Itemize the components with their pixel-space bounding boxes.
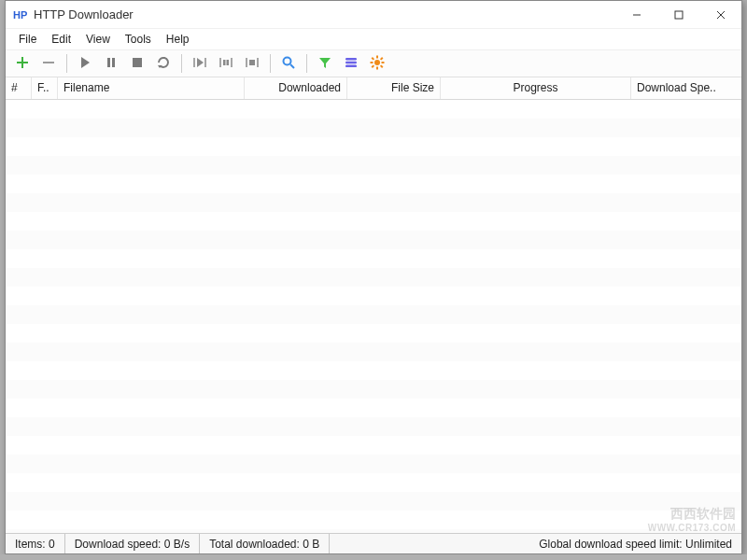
col-file-type[interactable]: F.. (32, 77, 58, 99)
search-icon (281, 55, 296, 73)
svg-rect-28 (380, 57, 384, 61)
stop-icon (130, 55, 145, 73)
restart-icon (156, 55, 171, 73)
maximize-button[interactable] (657, 1, 699, 28)
minimize-button[interactable] (615, 1, 657, 28)
column-headers: # F.. Filename Downloaded File Size Prog… (6, 77, 741, 100)
options-icon (370, 55, 385, 73)
toolbar-separator (306, 54, 307, 73)
status-dl-speed: Download speed: 0 B/s (65, 534, 200, 553)
remove-completed-icon (245, 55, 260, 73)
remove-completed-button[interactable] (241, 52, 263, 75)
add-button[interactable] (11, 52, 34, 75)
svg-rect-25 (382, 62, 385, 63)
status-total-dl-value: 0 B (303, 538, 319, 551)
download-list[interactable] (6, 100, 741, 533)
filter-button[interactable] (314, 52, 336, 75)
restart-button[interactable] (152, 52, 175, 75)
svg-rect-20 (345, 64, 357, 67)
col-download-speed[interactable]: Download Spe.. (631, 77, 741, 99)
svg-rect-22 (376, 55, 378, 58)
search-button[interactable] (277, 52, 300, 75)
svg-rect-27 (380, 64, 384, 68)
menu-file[interactable]: File (11, 31, 44, 48)
svg-rect-18 (345, 58, 357, 61)
options-button[interactable] (366, 52, 388, 75)
col-progress[interactable]: Progress (441, 77, 631, 99)
toolbar (6, 49, 741, 77)
queue-button[interactable] (340, 52, 362, 75)
svg-line-16 (290, 64, 294, 68)
queue-icon (344, 55, 359, 73)
svg-point-21 (374, 60, 380, 65)
statusbar: Items: 0 Download speed: 0 B/s Total dow… (6, 533, 741, 553)
status-dl-speed-value: 0 B/s (164, 538, 190, 551)
col-file-size[interactable]: File Size (347, 77, 441, 99)
menu-help[interactable]: Help (159, 31, 197, 48)
stop-button[interactable] (126, 52, 148, 75)
stop-active-button[interactable] (215, 52, 237, 75)
menu-view[interactable]: View (78, 31, 118, 48)
svg-rect-12 (223, 60, 226, 65)
status-total-dl-label: Total downloaded: (209, 538, 300, 551)
svg-rect-7 (107, 58, 110, 67)
window-title: HTTP Downloader (34, 7, 615, 21)
play-icon (78, 55, 92, 73)
start-button[interactable] (74, 52, 96, 75)
svg-marker-17 (319, 58, 331, 68)
add-icon (15, 55, 30, 73)
status-items-value: 0 (49, 538, 55, 551)
toolbar-separator (66, 54, 67, 73)
toolbar-separator (181, 54, 182, 73)
svg-point-15 (284, 57, 291, 64)
svg-rect-23 (376, 66, 378, 69)
status-total-dl: Total downloaded: 0 B (200, 534, 330, 553)
status-global-limit: Global download speed limit: Unlimited (330, 534, 741, 553)
svg-marker-6 (81, 57, 90, 68)
stop-active-icon (218, 55, 233, 73)
status-dl-speed-label: Download speed: (75, 538, 162, 551)
remove-button[interactable] (37, 52, 60, 75)
pause-active-button[interactable] (189, 52, 211, 75)
titlebar: HP HTTP Downloader (6, 1, 741, 29)
status-global-limit-text: Global download speed limit: Unlimited (539, 538, 732, 551)
svg-rect-26 (372, 57, 375, 61)
menubar: File Edit View Tools Help (6, 29, 741, 49)
pause-active-icon (192, 55, 207, 73)
svg-marker-11 (197, 58, 204, 67)
svg-rect-14 (249, 60, 255, 65)
col-filename[interactable]: Filename (58, 77, 245, 99)
status-items: Items: 0 (6, 534, 65, 553)
remove-icon (41, 55, 56, 73)
status-items-label: Items: (15, 538, 46, 551)
svg-rect-2 (675, 11, 683, 19)
col-downloaded[interactable]: Downloaded (245, 77, 347, 99)
col-index[interactable]: # (6, 77, 32, 99)
svg-rect-29 (372, 64, 375, 68)
app-window: HP HTTP Downloader File Edit View Tools … (5, 0, 742, 554)
pause-button[interactable] (100, 52, 122, 75)
filter-icon (317, 55, 332, 73)
svg-rect-24 (371, 62, 374, 63)
svg-rect-9 (133, 58, 142, 67)
window-controls (615, 1, 741, 28)
pause-icon (104, 55, 119, 73)
svg-rect-13 (227, 60, 230, 65)
svg-text:HP: HP (13, 9, 27, 21)
app-icon: HP (13, 7, 28, 22)
toolbar-separator (270, 54, 271, 73)
download-list-inner (6, 100, 741, 533)
svg-rect-19 (345, 61, 357, 63)
close-button[interactable] (699, 1, 741, 28)
svg-rect-8 (112, 58, 115, 67)
menu-edit[interactable]: Edit (44, 31, 78, 48)
menu-tools[interactable]: Tools (118, 31, 159, 48)
svg-rect-5 (43, 62, 54, 63)
